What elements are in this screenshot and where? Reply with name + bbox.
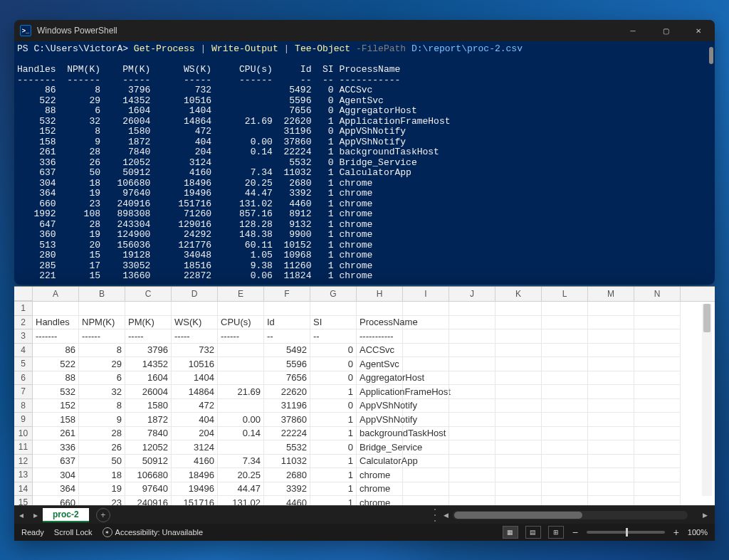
cell[interactable]: ----------- [357, 329, 403, 344]
cell[interactable] [588, 316, 634, 330]
cell[interactable]: 0 [310, 399, 357, 413]
cell[interactable]: 11032 [264, 455, 310, 469]
cell[interactable]: 151716 [172, 496, 218, 505]
excel-grid[interactable]: ABCDEFGHIJKLMN 12HandlesNPM(K)PM(K)WS(K)… [14, 287, 715, 505]
cell[interactable] [495, 329, 542, 344]
cell[interactable] [403, 413, 449, 427]
column-header[interactable]: H [357, 287, 403, 301]
cell[interactable]: 404 [172, 413, 218, 427]
cell[interactable]: ACCSvc [357, 344, 403, 358]
cell[interactable] [542, 385, 588, 399]
cell[interactable] [542, 482, 588, 497]
cell[interactable] [588, 482, 634, 497]
cell[interactable]: 240916 [125, 496, 172, 505]
cell[interactable]: PM(K) [125, 316, 172, 330]
cell[interactable]: AgentSvc [357, 357, 403, 371]
cell[interactable] [542, 440, 588, 455]
cell[interactable] [403, 316, 449, 330]
column-header[interactable]: M [588, 287, 634, 301]
cell[interactable] [449, 455, 495, 469]
cell[interactable]: ------ [79, 329, 125, 344]
cell[interactable]: 8 [79, 399, 125, 413]
cell[interactable] [449, 413, 495, 427]
cell[interactable] [495, 482, 542, 497]
cell[interactable]: 1 [310, 468, 357, 482]
cell[interactable] [588, 496, 634, 505]
cell[interactable]: 152 [33, 399, 79, 413]
cell[interactable]: 0 [310, 440, 357, 455]
cell[interactable]: 97640 [125, 482, 172, 497]
cell[interactable]: 5532 [264, 440, 310, 455]
cell[interactable]: -- [264, 329, 310, 344]
cell[interactable] [495, 468, 542, 482]
cell[interactable] [403, 440, 449, 455]
cell[interactable]: 336 [33, 440, 79, 455]
cell[interactable]: 50912 [125, 455, 172, 469]
cell[interactable]: SI [310, 316, 357, 330]
cell[interactable]: 261 [33, 427, 79, 441]
cell[interactable] [495, 385, 542, 399]
cell[interactable]: 4160 [172, 455, 218, 469]
cell[interactable] [588, 427, 634, 441]
cell[interactable]: 1 [310, 482, 357, 497]
cell[interactable] [495, 399, 542, 413]
cell[interactable]: 8 [79, 344, 125, 358]
cell[interactable]: ApplicationFrameHost [357, 385, 403, 399]
cell[interactable] [634, 357, 681, 371]
cell[interactable]: 3392 [264, 482, 310, 497]
cell[interactable] [542, 399, 588, 413]
cell[interactable]: 44.47 [218, 482, 264, 497]
powershell-titlebar[interactable]: >_ Windows PowerShell ─ ▢ ✕ [14, 20, 715, 41]
row-header[interactable]: 3 [14, 329, 33, 344]
cell[interactable] [634, 455, 681, 469]
cell[interactable] [218, 399, 264, 413]
cell[interactable] [634, 316, 681, 330]
cell[interactable]: chrome [357, 468, 403, 482]
cell[interactable] [588, 468, 634, 482]
cell[interactable] [588, 329, 634, 344]
cell[interactable] [588, 344, 634, 358]
cell[interactable]: 522 [33, 357, 79, 371]
cell[interactable] [495, 413, 542, 427]
row-header[interactable]: 12 [14, 455, 33, 469]
cell[interactable] [449, 385, 495, 399]
cell[interactable] [218, 357, 264, 371]
cell[interactable]: 22620 [264, 385, 310, 399]
cell[interactable] [542, 455, 588, 469]
cell[interactable] [449, 371, 495, 386]
column-header[interactable]: C [125, 287, 172, 301]
cell[interactable] [403, 385, 449, 399]
cell[interactable]: ------- [33, 329, 79, 344]
cell[interactable]: AppVShNotify [357, 413, 403, 427]
cell[interactable]: 7656 [264, 371, 310, 386]
cell[interactable]: 12052 [125, 440, 172, 455]
cell[interactable] [449, 440, 495, 455]
cell[interactable] [403, 455, 449, 469]
sheet-tab-active[interactable]: proc-2 [43, 508, 89, 522]
cell[interactable]: 0.14 [218, 427, 264, 441]
cell[interactable]: 304 [33, 468, 79, 482]
cell[interactable]: 18 [79, 468, 125, 482]
cell[interactable]: 32 [79, 385, 125, 399]
cell[interactable] [449, 302, 495, 316]
cell[interactable] [495, 455, 542, 469]
column-header[interactable]: K [495, 287, 542, 301]
cell[interactable]: 3124 [172, 440, 218, 455]
cell[interactable]: chrome [357, 482, 403, 497]
cell[interactable]: 29 [79, 357, 125, 371]
cell[interactable] [449, 329, 495, 344]
cell[interactable]: AggregatorHost [357, 371, 403, 386]
cell[interactable] [634, 427, 681, 441]
row-header[interactable]: 11 [14, 440, 33, 455]
cell[interactable] [218, 440, 264, 455]
cell[interactable] [125, 302, 172, 316]
cell[interactable]: -- [310, 329, 357, 344]
column-header[interactable]: G [310, 287, 357, 301]
cell[interactable] [588, 371, 634, 386]
cell[interactable]: 0.00 [218, 413, 264, 427]
cell[interactable] [495, 371, 542, 386]
cell[interactable]: 131.02 [218, 496, 264, 505]
cell[interactable] [542, 413, 588, 427]
cell[interactable] [634, 468, 681, 482]
cell[interactable]: Handles [33, 316, 79, 330]
